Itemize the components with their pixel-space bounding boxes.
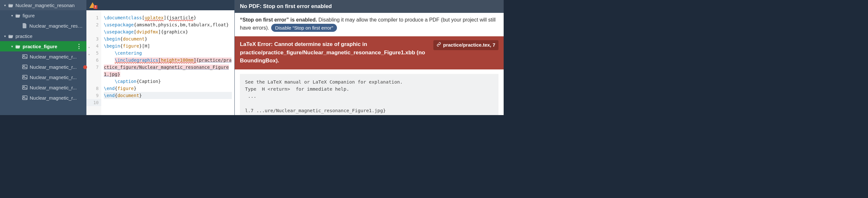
code-line[interactable]: \includegraphics[height=100mm]{practice/… [104, 56, 232, 78]
gutter-line: 1 [86, 14, 101, 21]
tree-item-label: Nuclear_magnetic_r... [30, 75, 77, 80]
tree-item-label: Nuclear_magnetic_reso... [29, 23, 84, 29]
svg-rect-8 [23, 96, 27, 100]
tree-item-label: figure [23, 13, 35, 18]
file-icon [22, 23, 27, 28]
file-item[interactable]: Nuclear_magnetic_r... [0, 82, 86, 92]
editor-toolbar: ! [86, 0, 235, 10]
image-icon [22, 54, 28, 59]
folder-open-icon [15, 44, 21, 48]
svg-rect-2 [23, 65, 27, 69]
svg-rect-4 [23, 75, 27, 79]
tree-item-label: Nuclear_magnetic_resonan [16, 3, 74, 8]
image-icon [22, 95, 28, 100]
code-line[interactable]: \centering [104, 49, 232, 56]
code-line[interactable]: \documentclass[uplatex]{jsarticle} [104, 14, 232, 21]
gutter-line: 8 [86, 85, 101, 92]
link-icon [437, 41, 441, 49]
folder-open-icon [15, 13, 21, 18]
folder-item[interactable]: ▾practice_figure⋮ [0, 41, 86, 51]
file-item[interactable]: Nuclear_magnetic_r... [0, 51, 86, 62]
file-tree: ▾Nuclear_magnetic_resonan▾figureNuclear_… [0, 0, 86, 115]
folder-item[interactable]: ▾practice [0, 31, 86, 41]
folder-open-icon [8, 3, 13, 7]
code-line[interactable]: \caption{Caption} [104, 78, 232, 85]
gutter-line: 7 [86, 64, 101, 85]
image-icon [22, 85, 28, 90]
svg-rect-6 [23, 85, 27, 89]
svg-rect-0 [23, 55, 27, 58]
file-item[interactable]: Nuclear_magnetic_r... [0, 72, 86, 82]
image-icon [22, 65, 28, 69]
tree-item-label: Nuclear_magnetic_r... [30, 64, 77, 70]
code-area[interactable]: \documentclass[uplatex]{jsarticle}\usepa… [101, 10, 235, 115]
chevron-down-icon: ▾ [3, 4, 7, 7]
svg-point-5 [24, 76, 25, 77]
gutter-line: 4▸ [86, 42, 101, 49]
gutter-line: 9 [86, 92, 101, 99]
gutter-line: 2 [86, 21, 101, 35]
svg-point-9 [24, 97, 25, 98]
file-item[interactable]: Nuclear_magnetic_r... [0, 92, 86, 103]
code-line[interactable]: \end{figure} [104, 85, 232, 92]
gutter-line: 3 [86, 35, 101, 42]
warning-icon[interactable]: ! [89, 2, 96, 8]
tree-item-label: Nuclear_magnetic_r... [30, 95, 77, 101]
chevron-down-icon: ▾ [3, 34, 7, 38]
chevron-down-icon: ▾ [10, 14, 14, 17]
gutter-line: 10 [86, 99, 101, 106]
tree-item-label: Nuclear_magnetic_r... [30, 85, 77, 90]
error-source-link[interactable]: practice/practice.tex, 7 [433, 40, 498, 50]
code-line[interactable]: \end{document} [104, 92, 232, 99]
code-line[interactable]: \usepackage[dvipdfmx]{graphicx} [104, 28, 232, 35]
gutter-line: 5▸ [86, 49, 101, 56]
svg-point-7 [24, 86, 25, 87]
compile-output-panel: No PDF: Stop on first error enabled “Sto… [235, 0, 504, 115]
gutter-line: 6 [86, 56, 101, 64]
item-menu-button[interactable]: ⋮ [74, 43, 84, 50]
terminal-output: See the LaTeX manual or LaTeX Companion … [240, 74, 498, 115]
error-marker-icon[interactable] [83, 65, 87, 69]
error-link-text: practice/practice.tex, 7 [443, 41, 495, 49]
chevron-down-icon: ▾ [10, 45, 14, 48]
line-gutter: 1234▸5▸678910 [86, 10, 101, 115]
folder-item[interactable]: ▾Nuclear_magnetic_resonan [0, 0, 86, 10]
code-line[interactable]: \usepackage{amsmath,physics,bm,tabularx,… [104, 21, 232, 28]
tree-item-label: Nuclear_magnetic_r... [30, 54, 77, 60]
svg-point-1 [24, 55, 25, 56]
image-icon [22, 75, 28, 79]
tree-item-label: practice_figure [23, 44, 57, 49]
svg-text:!: ! [95, 5, 96, 9]
panel-title: No PDF: Stop on first error enabled [235, 0, 504, 13]
folder-open-icon [8, 34, 13, 38]
info-bold: “Stop on first error” is enabled. [240, 17, 317, 23]
latex-error-banner: LaTeX Error: Cannot determine size of gr… [235, 36, 504, 70]
stop-on-error-info: “Stop on first error” is enabled. Disabl… [235, 13, 504, 36]
code-line[interactable]: \begin{figure}[H] [104, 42, 232, 49]
code-line[interactable]: \begin{document} [104, 35, 232, 42]
file-item[interactable]: Nuclear_magnetic_r... [0, 62, 86, 72]
code-editor: ! 1234▸5▸678910 \documentclass[uplatex]{… [86, 0, 235, 115]
tree-item-label: practice [16, 33, 33, 39]
svg-point-3 [24, 66, 25, 67]
error-message: LaTeX Error: Cannot determine size of gr… [240, 40, 430, 65]
folder-item[interactable]: ▾figure [0, 10, 86, 21]
disable-stop-on-error-button[interactable]: Disable “Stop on first error” [271, 24, 337, 32]
file-item[interactable]: Nuclear_magnetic_reso... [0, 21, 86, 31]
